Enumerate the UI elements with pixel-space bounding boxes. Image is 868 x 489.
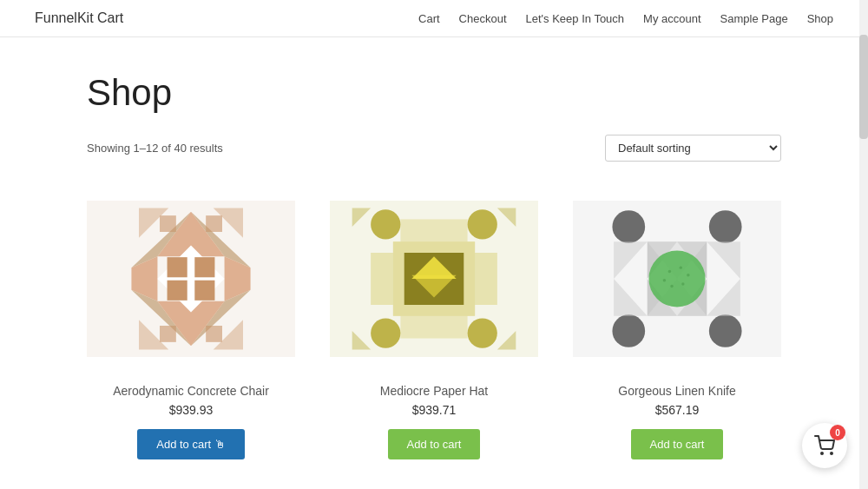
svg-rect-11 [194,257,214,277]
svg-point-45 [709,314,742,347]
product-card: Gorgeous Linen Knife $567.19 Add to cart [573,188,781,459]
product-price: $939.71 [412,403,457,417]
scrollbar-thumb[interactable] [859,35,868,139]
svg-rect-15 [160,215,176,232]
cart-count: 0 [830,425,845,440]
svg-point-23 [371,209,400,239]
product-card: Aerodynamic Concrete Chair $939.93 Add t… [87,188,295,459]
product-name: Gorgeous Linen Knife [618,384,735,398]
add-to-cart-button[interactable]: Add to cart [631,429,724,459]
svg-rect-36 [400,316,467,339]
sort-select[interactable]: Default sorting Sort by popularity Sort … [605,135,781,162]
results-count: Showing 1–12 of 40 results [87,142,223,155]
product-price: $939.93 [169,403,214,417]
svg-rect-33 [371,253,393,305]
svg-point-24 [468,209,497,239]
product-card: Mediocre Paper Hat $939.71 Add to cart [330,188,538,459]
svg-point-59 [670,285,673,287]
svg-point-57 [687,274,689,276]
product-image [330,188,538,370]
nav-myaccount[interactable]: My account [643,12,700,25]
shop-meta-bar: Showing 1–12 of 40 results Default sorti… [87,135,781,162]
svg-point-66 [831,453,832,454]
nav-shop[interactable]: Shop [807,12,833,25]
svg-point-65 [821,453,823,454]
product-name: Aerodynamic Concrete Chair [113,384,269,398]
svg-point-44 [612,314,645,347]
svg-rect-34 [475,253,497,305]
svg-point-60 [663,279,666,281]
product-image [87,188,295,370]
main-content: Shop Showing 1–12 of 40 results Default … [0,37,868,489]
add-to-cart-button[interactable]: Add to cart 🖱 [137,429,244,459]
product-image [573,188,781,370]
page-title: Shop [87,72,781,114]
nav-cart[interactable]: Cart [418,12,440,25]
add-to-cart-button[interactable]: Add to cart [388,429,481,459]
svg-rect-13 [194,281,214,301]
svg-rect-10 [168,257,187,277]
svg-rect-35 [400,219,467,241]
svg-point-58 [681,282,684,285]
svg-rect-16 [206,326,222,342]
product-price: $567.19 [655,403,700,417]
cart-floating-button[interactable]: 0 [802,423,847,468]
scrollbar-track[interactable] [859,0,868,489]
svg-rect-14 [206,215,222,232]
svg-point-55 [668,270,671,273]
svg-rect-17 [160,326,176,342]
svg-point-26 [468,318,497,347]
svg-point-56 [680,266,682,268]
svg-point-42 [612,210,645,243]
svg-point-43 [709,210,742,243]
svg-point-54 [648,250,705,307]
product-name: Mediocre Paper Hat [380,384,489,398]
nav-samplepage[interactable]: Sample Page [720,12,788,25]
site-logo[interactable]: FunnelKit Cart [35,10,123,26]
site-header: FunnelKit Cart Cart Checkout Let's Keep … [0,0,868,37]
nav-checkout[interactable]: Checkout [459,12,507,25]
svg-point-25 [371,318,400,347]
main-nav: Cart Checkout Let's Keep In Touch My acc… [418,12,833,25]
nav-keepintouch[interactable]: Let's Keep In Touch [526,12,625,25]
products-grid: Aerodynamic Concrete Chair $939.93 Add t… [87,188,781,459]
svg-rect-12 [168,281,187,301]
